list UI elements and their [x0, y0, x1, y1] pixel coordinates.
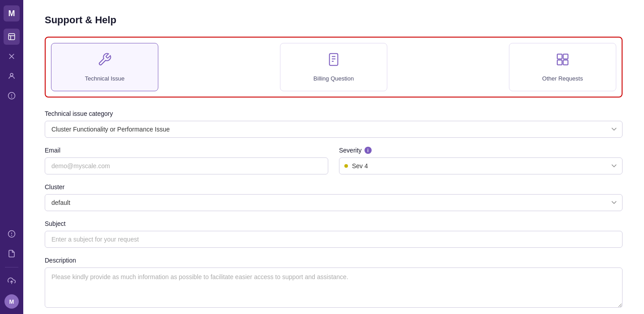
- severity-dot: [344, 164, 348, 168]
- description-field-label: Description: [45, 257, 623, 264]
- form-section-severity: Severity i Sev 4 Sev 3 Sev 2 Sev 1: [339, 147, 623, 174]
- email-field-label: Email: [45, 147, 328, 154]
- email-input[interactable]: [45, 157, 328, 174]
- billing-icon: [326, 52, 341, 70]
- sidebar-item-upload[interactable]: [4, 273, 20, 289]
- svg-rect-18: [563, 54, 568, 59]
- category-card-technical[interactable]: Technical Issue: [51, 43, 158, 91]
- sidebar-item-profile[interactable]: [4, 68, 20, 84]
- subject-input[interactable]: [45, 231, 623, 248]
- svg-rect-0: [8, 34, 15, 40]
- category-card-other[interactable]: Other Requests: [509, 43, 616, 91]
- category-card-billing[interactable]: Billing Question: [280, 43, 387, 91]
- description-textarea[interactable]: [45, 267, 623, 308]
- svg-point-5: [10, 73, 13, 76]
- category-label-billing: Billing Question: [314, 75, 354, 82]
- form-section-description: Description: [45, 257, 623, 310]
- severity-select[interactable]: Sev 4 Sev 3 Sev 2 Sev 1: [339, 157, 623, 174]
- svg-rect-20: [563, 60, 568, 65]
- email-severity-row: Email Severity i Sev 4 Sev 3 Sev 2 Sev 1: [45, 147, 623, 183]
- sidebar-item-tools[interactable]: [4, 48, 20, 64]
- cluster-field-label: Cluster: [45, 183, 623, 191]
- category-label-technical: Technical Issue: [85, 75, 125, 82]
- severity-field-label: Severity i: [339, 147, 623, 154]
- form-section-category: Technical issue category Cluster Functio…: [45, 110, 623, 138]
- sidebar-divider: [5, 267, 18, 267]
- technical-icon: [97, 52, 112, 70]
- form-section-email: Email: [45, 147, 328, 174]
- form-section-cluster: Cluster default: [45, 183, 623, 211]
- svg-point-8: [12, 97, 12, 98]
- other-requests-icon: [555, 52, 570, 70]
- sidebar-item-alert-bottom[interactable]: [4, 226, 20, 242]
- sidebar-item-alert-top[interactable]: [4, 88, 20, 104]
- category-selector: Technical Issue Billing Question Other R…: [45, 37, 623, 98]
- sidebar-item-documents[interactable]: [4, 29, 20, 45]
- svg-point-11: [12, 235, 12, 236]
- sidebar: M M: [0, 0, 23, 314]
- form-section-subject: Subject: [45, 220, 623, 248]
- cluster-select[interactable]: default: [45, 194, 623, 211]
- user-avatar[interactable]: M: [4, 294, 19, 309]
- svg-rect-17: [557, 54, 562, 59]
- severity-wrapper: Sev 4 Sev 3 Sev 2 Sev 1: [339, 157, 623, 174]
- category-select[interactable]: Cluster Functionality or Performance Iss…: [45, 121, 623, 138]
- severity-info-icon[interactable]: i: [364, 147, 372, 154]
- main-content: Support & Help Technical Issue Billing Q…: [23, 0, 644, 314]
- page-title: Support & Help: [45, 14, 623, 26]
- category-field-label: Technical issue category: [45, 110, 623, 117]
- svg-rect-13: [330, 54, 338, 66]
- svg-rect-19: [557, 60, 562, 65]
- subject-field-label: Subject: [45, 220, 623, 227]
- category-label-other: Other Requests: [542, 75, 583, 82]
- app-logo[interactable]: M: [4, 5, 20, 21]
- sidebar-item-file[interactable]: [4, 246, 20, 262]
